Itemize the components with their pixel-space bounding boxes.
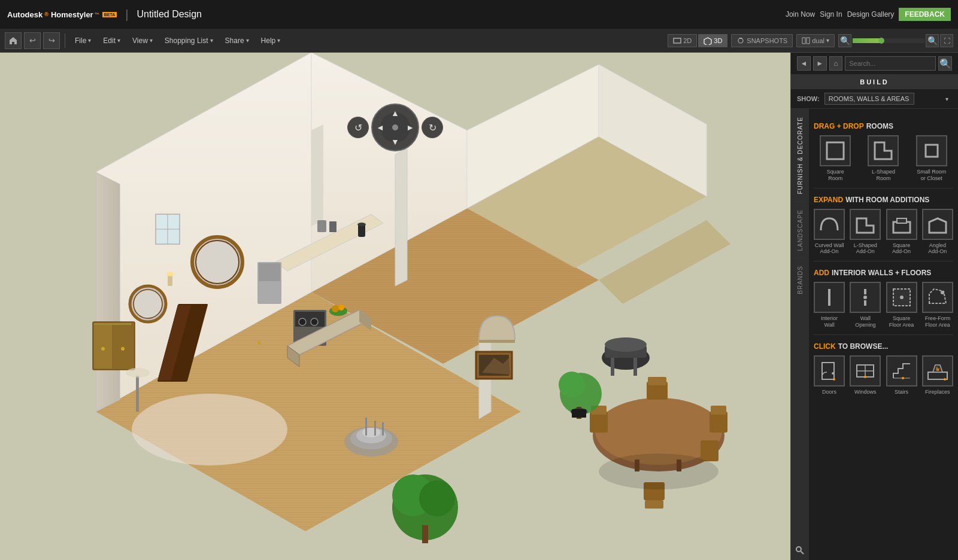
svg-point-72	[419, 480, 455, 516]
snapshots-btn[interactable]: SNAPSHOTS	[731, 34, 793, 47]
svg-point-103	[796, 547, 801, 552]
svg-rect-68	[633, 358, 637, 376]
title-separator: |	[125, 8, 128, 22]
2d-view-btn[interactable]: 2D	[668, 34, 697, 47]
undo-btn[interactable]: ↩	[24, 32, 41, 49]
panel-search-btn[interactable]: 🔍	[938, 56, 952, 71]
svg-rect-51	[382, 422, 384, 436]
show-dropdown[interactable]: ROOMS, WALLS & AREAS ROOMS ONLY WALLS ON…	[824, 93, 914, 105]
svg-rect-61	[648, 377, 666, 385]
wall-opening-item[interactable]: WallOpening	[850, 282, 881, 328]
main-area: ↺ ▲ ▼ ◄ ► ↻ ◄ ► ⌂ 🔍 BUILD	[0, 53, 958, 560]
side-tab-landscape[interactable]: LANDSCAPE	[795, 202, 806, 258]
svg-point-99	[357, 223, 366, 226]
square-room-item[interactable]: SquareRoom	[814, 135, 857, 182]
drag-prefix: DRAG + DROP	[814, 122, 864, 130]
side-tab-furnish[interactable]: FURNISH & DECORATE	[795, 109, 806, 202]
zoom-slider[interactable]	[853, 38, 924, 43]
pan-up-btn[interactable]: ▲	[391, 108, 399, 118]
freeform-floor-icon	[922, 282, 953, 313]
panel-top-nav: ◄ ► ⌂ 🔍	[791, 53, 958, 75]
square-floor-label: SquareFloor Area	[889, 315, 914, 328]
svg-marker-106	[875, 142, 892, 159]
fireplaces-browse-item[interactable]: Fireplaces	[922, 355, 953, 395]
compass-control[interactable]: ▲ ▼ ◄ ►	[371, 104, 419, 151]
edit-menu[interactable]: Edit▾	[98, 34, 125, 47]
design-gallery-link[interactable]: Design Gallery	[847, 10, 895, 19]
svg-point-102	[599, 454, 718, 489]
square-room-icon	[820, 135, 851, 166]
windows-browse-item[interactable]: Windows	[850, 355, 881, 395]
square-floor-item[interactable]: SquareFloor Area	[886, 282, 917, 328]
autodesk-text: Autodesk	[7, 10, 43, 19]
side-tab-brands[interactable]: BRANDS	[795, 258, 806, 302]
interior-wall-label: InteriorWall	[821, 315, 838, 328]
rotate-right-btn[interactable]: ↻	[422, 117, 443, 138]
svg-rect-73	[422, 525, 428, 543]
freeform-floor-item[interactable]: Free-FormFloor Area	[922, 282, 953, 328]
pan-down-btn[interactable]: ▼	[391, 137, 399, 147]
additions-grid: Curved WallAdd-On L-ShapedAdd-On	[814, 209, 953, 255]
panel-search-input[interactable]	[845, 56, 936, 71]
interior-section-title: ADD INTERIOR WALLS + FLOORS	[814, 269, 953, 277]
fullscreen-btn[interactable]: ⛶	[940, 34, 953, 47]
svg-rect-34	[329, 221, 336, 232]
svg-rect-107	[926, 145, 938, 157]
panel-forward-btn[interactable]: ►	[813, 56, 827, 71]
svg-rect-49	[365, 418, 367, 436]
l-shaped-addon-item[interactable]: L-ShapedAdd-On	[850, 209, 881, 255]
3d-viewport[interactable]: ↺ ▲ ▼ ◄ ► ↻	[0, 53, 790, 560]
home-icon-btn[interactable]	[5, 32, 22, 49]
l-shaped-room-item[interactable]: L-ShapedRoom	[862, 135, 905, 182]
join-now-link[interactable]: Join Now	[786, 10, 815, 19]
svg-rect-100	[136, 376, 139, 412]
sign-in-link[interactable]: Sign In	[820, 10, 842, 19]
small-room-item[interactable]: Small Roomor Closet	[910, 135, 953, 182]
help-menu[interactable]: Help▾	[256, 34, 286, 47]
stairs-label: Stairs	[895, 389, 908, 395]
square-addon-item[interactable]: SquareAdd-On	[886, 209, 917, 255]
rotate-left-btn[interactable]: ↺	[347, 117, 369, 138]
doors-browse-item[interactable]: Doors	[814, 355, 845, 395]
angled-addon-icon	[922, 209, 953, 240]
redo-btn[interactable]: ↪	[43, 32, 60, 49]
svg-rect-63	[645, 500, 663, 509]
svg-rect-3	[807, 38, 810, 44]
svg-point-69	[605, 337, 647, 352]
compass-center	[392, 124, 398, 130]
svg-point-97	[121, 347, 125, 351]
expand-prefix: EXPAND	[814, 196, 843, 204]
view-menu[interactable]: View▾	[128, 34, 157, 47]
svg-point-101	[126, 368, 150, 378]
square-addon-icon	[886, 209, 917, 240]
l-shaped-room-icon	[868, 135, 899, 166]
interior-wall-icon	[814, 282, 845, 313]
build-label: BUILD	[860, 78, 889, 86]
interior-wall-item[interactable]: InteriorWall	[814, 282, 845, 328]
svg-rect-2	[802, 38, 805, 44]
panel-zoom-btn[interactable]	[790, 541, 810, 560]
panel-home-btn[interactable]: ⌂	[829, 56, 843, 71]
svg-rect-93	[94, 323, 112, 369]
pan-right-btn[interactable]: ►	[406, 123, 414, 132]
svg-point-117	[900, 296, 904, 299]
angled-addon-item[interactable]: AngledAdd-On	[922, 209, 953, 255]
svg-point-122	[833, 378, 835, 381]
zoom-in-btn[interactable]: 🔍	[926, 34, 939, 47]
divider-2	[814, 261, 953, 261]
panel-back-btn[interactable]: ◄	[797, 56, 811, 71]
svg-rect-110	[897, 218, 907, 223]
wall-opening-icon	[850, 282, 881, 313]
svg-marker-22	[96, 172, 120, 412]
zoom-out-btn[interactable]: 🔍	[838, 34, 851, 47]
pan-left-btn[interactable]: ◄	[376, 123, 384, 132]
3d-view-btn[interactable]: 3D	[698, 34, 727, 47]
shopping-list-menu[interactable]: Shopping List▾	[160, 34, 218, 47]
curved-wall-addon-item[interactable]: Curved WallAdd-On	[814, 209, 845, 255]
feedback-button[interactable]: FEEDBACK	[899, 8, 951, 21]
view-toggle: 2D 3D	[668, 34, 727, 47]
dual-btn[interactable]: dual▾	[796, 34, 835, 47]
stairs-browse-item[interactable]: Stairs	[886, 355, 917, 395]
file-menu[interactable]: File▾	[70, 34, 96, 47]
share-menu[interactable]: Share▾	[220, 34, 254, 47]
